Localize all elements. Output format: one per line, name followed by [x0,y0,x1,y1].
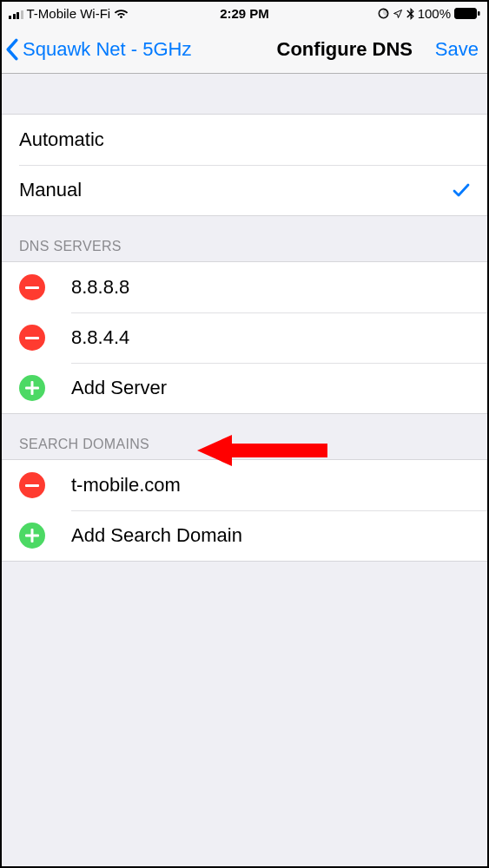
cellular-signal-icon [9,9,23,19]
add-icon[interactable] [19,523,45,549]
mode-manual-row[interactable]: Manual [2,165,487,215]
mode-automatic-row[interactable]: Automatic [2,115,487,165]
battery-percentage: 100% [418,6,451,21]
svg-rect-2 [478,11,480,16]
svg-rect-1 [455,9,477,19]
add-server-row[interactable]: Add Server [2,363,487,413]
wifi-icon [114,8,129,19]
location-icon [393,9,403,19]
page-title: Configure DNS [277,38,413,61]
back-label: Squawk Net - 5GHz [23,38,191,61]
svg-rect-7 [25,484,39,487]
dns-mode-group: Automatic Manual [2,114,487,216]
status-time: 2:29 PM [220,6,269,21]
dns-server-row[interactable]: 8.8.8.8 [2,262,487,312]
carrier-label: T-Mobile Wi-Fi [27,6,111,21]
chevron-left-icon [5,38,19,61]
status-bar: T-Mobile Wi-Fi 2:29 PM 100% [2,2,487,25]
add-search-domain-label: Add Search Domain [71,524,242,547]
add-icon[interactable] [19,375,45,401]
remove-icon[interactable] [19,472,45,498]
search-domains-header: SEARCH DOMAINS [2,414,487,459]
mode-label: Automatic [19,128,104,151]
remove-icon[interactable] [19,325,45,351]
battery-icon [454,8,480,19]
dns-servers-header: DNS SERVERS [2,216,487,261]
svg-rect-9 [25,535,39,537]
nav-bar: Squawk Net - 5GHz Configure DNS Save [2,25,487,74]
dns-server-value: 8.8.4.4 [71,326,129,349]
add-server-label: Add Server [71,377,167,399]
save-button[interactable]: Save [435,38,479,61]
search-domains-group: t-mobile.com Add Search Domain [2,459,487,562]
add-search-domain-row[interactable]: Add Search Domain [2,510,487,561]
svg-rect-6 [25,387,39,390]
do-not-disturb-icon [378,8,389,19]
svg-rect-3 [25,286,39,289]
back-button[interactable]: Squawk Net - 5GHz [5,38,191,61]
remove-icon[interactable] [19,274,45,300]
search-domain-value: t-mobile.com [71,474,181,496]
mode-label: Manual [19,179,82,201]
dns-server-value: 8.8.8.8 [71,276,129,299]
bluetooth-icon [406,8,414,20]
checkmark-icon [453,182,470,198]
dns-servers-group: 8.8.8.8 8.8.4.4 Add Server [2,261,487,414]
dns-server-row[interactable]: 8.8.4.4 [2,312,487,363]
search-domain-row[interactable]: t-mobile.com [2,460,487,510]
svg-rect-4 [25,337,39,339]
